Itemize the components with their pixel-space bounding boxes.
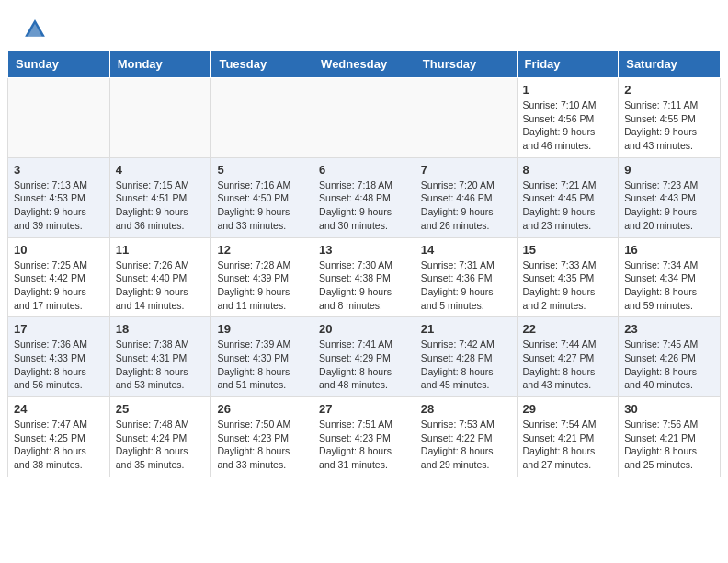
logo <box>22 17 51 42</box>
calendar-cell <box>415 78 517 158</box>
day-number: 29 <box>523 402 613 416</box>
calendar-cell: 16Sunrise: 7:34 AM Sunset: 4:34 PM Dayli… <box>619 237 721 317</box>
day-info: Sunrise: 7:30 AM Sunset: 4:38 PM Dayligh… <box>319 259 409 313</box>
calendar-cell <box>8 78 110 158</box>
day-info: Sunrise: 7:50 AM Sunset: 4:23 PM Dayligh… <box>217 418 307 472</box>
day-number: 28 <box>421 402 511 416</box>
day-number: 6 <box>319 163 409 177</box>
day-info: Sunrise: 7:47 AM Sunset: 4:25 PM Dayligh… <box>14 418 104 472</box>
calendar-week-row: 1Sunrise: 7:10 AM Sunset: 4:56 PM Daylig… <box>8 78 721 158</box>
calendar-cell: 26Sunrise: 7:50 AM Sunset: 4:23 PM Dayli… <box>211 397 313 477</box>
calendar-cell: 7Sunrise: 7:20 AM Sunset: 4:46 PM Daylig… <box>415 157 517 237</box>
calendar-cell: 8Sunrise: 7:21 AM Sunset: 4:45 PM Daylig… <box>517 157 619 237</box>
day-info: Sunrise: 7:25 AM Sunset: 4:42 PM Dayligh… <box>14 259 104 313</box>
calendar-cell: 21Sunrise: 7:42 AM Sunset: 4:28 PM Dayli… <box>415 317 517 397</box>
day-info: Sunrise: 7:38 AM Sunset: 4:31 PM Dayligh… <box>116 338 206 392</box>
calendar-cell: 29Sunrise: 7:54 AM Sunset: 4:21 PM Dayli… <box>517 397 619 477</box>
day-number: 30 <box>624 402 714 416</box>
calendar-cell: 9Sunrise: 7:23 AM Sunset: 4:43 PM Daylig… <box>619 157 721 237</box>
day-info: Sunrise: 7:51 AM Sunset: 4:23 PM Dayligh… <box>319 418 409 472</box>
day-number: 7 <box>421 163 511 177</box>
calendar-cell: 20Sunrise: 7:41 AM Sunset: 4:29 PM Dayli… <box>313 317 415 397</box>
day-number: 17 <box>14 322 104 336</box>
weekday-header-saturday: Saturday <box>619 51 721 78</box>
weekday-header-monday: Monday <box>109 51 211 78</box>
calendar-cell <box>109 78 211 158</box>
calendar-week-row: 3Sunrise: 7:13 AM Sunset: 4:53 PM Daylig… <box>8 157 721 237</box>
calendar-cell: 15Sunrise: 7:33 AM Sunset: 4:35 PM Dayli… <box>517 237 619 317</box>
calendar-cell: 27Sunrise: 7:51 AM Sunset: 4:23 PM Dayli… <box>313 397 415 477</box>
day-number: 11 <box>116 243 206 257</box>
calendar-cell: 24Sunrise: 7:47 AM Sunset: 4:25 PM Dayli… <box>8 397 110 477</box>
day-number: 27 <box>319 402 409 416</box>
logo-icon <box>22 17 48 42</box>
day-info: Sunrise: 7:39 AM Sunset: 4:30 PM Dayligh… <box>217 338 307 392</box>
calendar-cell <box>211 78 313 158</box>
day-number: 16 <box>624 243 714 257</box>
day-number: 1 <box>523 83 613 97</box>
calendar-cell: 17Sunrise: 7:36 AM Sunset: 4:33 PM Dayli… <box>8 317 110 397</box>
day-number: 13 <box>319 243 409 257</box>
day-info: Sunrise: 7:23 AM Sunset: 4:43 PM Dayligh… <box>624 178 714 233</box>
calendar-cell: 3Sunrise: 7:13 AM Sunset: 4:53 PM Daylig… <box>8 157 110 237</box>
calendar-week-row: 17Sunrise: 7:36 AM Sunset: 4:33 PM Dayli… <box>8 317 721 397</box>
calendar-cell: 2Sunrise: 7:11 AM Sunset: 4:55 PM Daylig… <box>619 78 721 158</box>
calendar-cell: 28Sunrise: 7:53 AM Sunset: 4:22 PM Dayli… <box>415 397 517 477</box>
day-info: Sunrise: 7:18 AM Sunset: 4:48 PM Dayligh… <box>319 178 409 233</box>
weekday-header-wednesday: Wednesday <box>313 51 415 78</box>
calendar-cell: 11Sunrise: 7:26 AM Sunset: 4:40 PM Dayli… <box>109 237 211 317</box>
calendar-cell: 5Sunrise: 7:16 AM Sunset: 4:50 PM Daylig… <box>211 157 313 237</box>
day-info: Sunrise: 7:21 AM Sunset: 4:45 PM Dayligh… <box>523 178 613 233</box>
day-info: Sunrise: 7:44 AM Sunset: 4:27 PM Dayligh… <box>523 338 613 392</box>
weekday-header-friday: Friday <box>517 51 619 78</box>
day-number: 19 <box>217 322 307 336</box>
day-number: 9 <box>624 163 714 177</box>
day-info: Sunrise: 7:41 AM Sunset: 4:29 PM Dayligh… <box>319 338 409 392</box>
calendar-cell: 19Sunrise: 7:39 AM Sunset: 4:30 PM Dayli… <box>211 317 313 397</box>
calendar-cell: 23Sunrise: 7:45 AM Sunset: 4:26 PM Dayli… <box>619 317 721 397</box>
day-info: Sunrise: 7:42 AM Sunset: 4:28 PM Dayligh… <box>421 338 511 392</box>
weekday-header-row: SundayMondayTuesdayWednesdayThursdayFrid… <box>8 51 721 78</box>
day-info: Sunrise: 7:16 AM Sunset: 4:50 PM Dayligh… <box>217 178 307 233</box>
day-info: Sunrise: 7:33 AM Sunset: 4:35 PM Dayligh… <box>523 259 613 313</box>
calendar-cell: 10Sunrise: 7:25 AM Sunset: 4:42 PM Dayli… <box>8 237 110 317</box>
calendar-cell: 22Sunrise: 7:44 AM Sunset: 4:27 PM Dayli… <box>517 317 619 397</box>
page-header <box>0 0 728 50</box>
calendar-cell: 13Sunrise: 7:30 AM Sunset: 4:38 PM Dayli… <box>313 237 415 317</box>
day-number: 21 <box>421 322 511 336</box>
day-info: Sunrise: 7:48 AM Sunset: 4:24 PM Dayligh… <box>116 418 206 472</box>
calendar-table: SundayMondayTuesdayWednesdayThursdayFrid… <box>7 50 721 477</box>
day-number: 14 <box>421 243 511 257</box>
day-number: 20 <box>319 322 409 336</box>
day-info: Sunrise: 7:11 AM Sunset: 4:55 PM Dayligh… <box>624 98 714 153</box>
day-number: 23 <box>624 322 714 336</box>
day-number: 24 <box>14 402 104 416</box>
calendar-cell: 30Sunrise: 7:56 AM Sunset: 4:21 PM Dayli… <box>619 397 721 477</box>
calendar-week-row: 24Sunrise: 7:47 AM Sunset: 4:25 PM Dayli… <box>8 397 721 477</box>
day-info: Sunrise: 7:28 AM Sunset: 4:39 PM Dayligh… <box>217 259 307 313</box>
day-info: Sunrise: 7:36 AM Sunset: 4:33 PM Dayligh… <box>14 338 104 392</box>
calendar-cell: 25Sunrise: 7:48 AM Sunset: 4:24 PM Dayli… <box>109 397 211 477</box>
weekday-header-tuesday: Tuesday <box>211 51 313 78</box>
day-number: 26 <box>217 402 307 416</box>
day-number: 22 <box>523 322 613 336</box>
calendar-cell: 4Sunrise: 7:15 AM Sunset: 4:51 PM Daylig… <box>109 157 211 237</box>
calendar-cell <box>313 78 415 158</box>
day-number: 18 <box>116 322 206 336</box>
day-number: 8 <box>523 163 613 177</box>
calendar-cell: 14Sunrise: 7:31 AM Sunset: 4:36 PM Dayli… <box>415 237 517 317</box>
calendar-cell: 12Sunrise: 7:28 AM Sunset: 4:39 PM Dayli… <box>211 237 313 317</box>
day-info: Sunrise: 7:15 AM Sunset: 4:51 PM Dayligh… <box>116 178 206 233</box>
day-info: Sunrise: 7:26 AM Sunset: 4:40 PM Dayligh… <box>116 259 206 313</box>
day-number: 3 <box>14 163 104 177</box>
day-info: Sunrise: 7:45 AM Sunset: 4:26 PM Dayligh… <box>624 338 714 392</box>
day-number: 4 <box>116 163 206 177</box>
day-number: 10 <box>14 243 104 257</box>
calendar-week-row: 10Sunrise: 7:25 AM Sunset: 4:42 PM Dayli… <box>8 237 721 317</box>
day-number: 12 <box>217 243 307 257</box>
calendar-cell: 1Sunrise: 7:10 AM Sunset: 4:56 PM Daylig… <box>517 78 619 158</box>
day-info: Sunrise: 7:34 AM Sunset: 4:34 PM Dayligh… <box>624 259 714 313</box>
day-number: 5 <box>217 163 307 177</box>
day-number: 25 <box>116 402 206 416</box>
day-info: Sunrise: 7:10 AM Sunset: 4:56 PM Dayligh… <box>523 98 613 153</box>
